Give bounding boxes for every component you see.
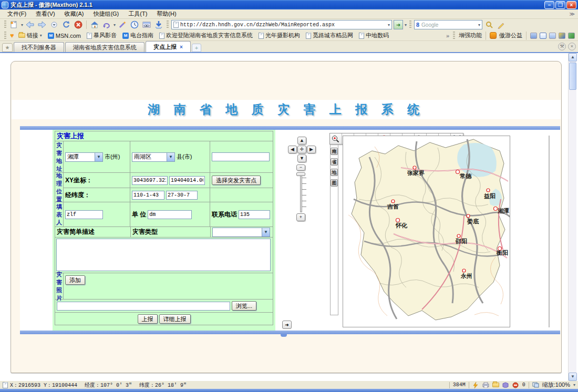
longitude-input[interactable] xyxy=(132,191,164,200)
photo-file-input[interactable] xyxy=(57,302,230,311)
menu-help[interactable]: 帮助(H) xyxy=(152,9,180,18)
new-page-icon[interactable]: ✱ xyxy=(9,20,19,29)
search-icon[interactable] xyxy=(484,20,494,29)
pan-down-icon[interactable]: ▼ xyxy=(297,154,306,162)
tab-tools-wrench-icon[interactable]: ⚒ xyxy=(558,43,566,50)
county-select[interactable]: 雨湖区▼ xyxy=(132,152,175,162)
go-button[interactable]: ➜ xyxy=(394,20,403,29)
expand-panel-arrow-icon[interactable]: ➜ xyxy=(282,321,292,329)
scroll-down-icon[interactable]: ▼ xyxy=(569,373,577,381)
enhance-features-button[interactable]: 增强功能 xyxy=(459,32,482,39)
zoom-slider-thumb[interactable] xyxy=(296,172,305,176)
phone-input[interactable] xyxy=(239,210,270,219)
y-coordinate-input[interactable] xyxy=(169,176,205,185)
layer-tab-tu[interactable]: 图 xyxy=(331,179,338,187)
window-icon[interactable] xyxy=(540,33,546,39)
maxthon-charity-icon[interactable] xyxy=(490,32,497,39)
search-box[interactable]: 8 Google ▾ xyxy=(414,20,482,29)
tab-server-not-found[interactable]: 找不到服务器 xyxy=(14,42,64,52)
zoom-in-slider-icon[interactable]: + xyxy=(296,213,305,221)
favorites-heart-icon[interactable]: ♥ xyxy=(10,32,14,39)
history-clock-icon[interactable] xyxy=(129,20,140,29)
bookmark-zhongdi-digital[interactable]: 中地数码 xyxy=(357,31,390,40)
download-icon[interactable] xyxy=(153,20,164,29)
tab-bar-close-icon[interactable]: × xyxy=(568,43,576,50)
address-detail-input[interactable] xyxy=(212,152,270,161)
boost-lightning-icon[interactable] xyxy=(472,382,479,388)
home-icon[interactable] xyxy=(89,20,100,29)
scroll-up-icon[interactable]: ▲ xyxy=(569,53,577,61)
link-icon[interactable] xyxy=(141,20,152,29)
recent-pages-dropdown-icon[interactable] xyxy=(49,20,59,29)
restore-button[interactable]: ❐ xyxy=(555,1,565,9)
notes-icon[interactable] xyxy=(549,33,556,39)
search-engine-dropdown-icon[interactable]: ▾ xyxy=(478,23,480,27)
map-viewport[interactable]: 张家界 常德 益阳 吉首 怀化 娄底 湘潭 邵阳 衡阳 永州 xyxy=(343,136,510,327)
book-icon[interactable] xyxy=(502,382,509,388)
bookmark-city-boutique[interactable]: 觅路城市精品网 xyxy=(304,31,355,40)
resize-window-icon[interactable] xyxy=(532,382,539,388)
menu-file[interactable]: 文件(F) xyxy=(3,9,30,18)
proxy-icon[interactable] xyxy=(530,33,537,39)
pan-up-icon[interactable]: ▲ xyxy=(297,137,306,145)
tab-hunan-geo-system[interactable]: 湖南省地质灾害信息系统 xyxy=(65,42,145,52)
links-folder[interactable]: 链接 ▾ xyxy=(17,31,44,40)
menu-overflow-chevron-icon[interactable]: ≫ xyxy=(570,11,575,17)
tab-disaster-report[interactable]: 灾点上报 × xyxy=(146,41,191,52)
zoom-level-label[interactable]: 缩放:100% xyxy=(542,381,570,389)
skin-icon[interactable] xyxy=(568,33,575,39)
new-tab-button[interactable]: + xyxy=(192,44,201,52)
undo-dropdown-icon[interactable]: ▾ xyxy=(113,23,116,27)
bookmark-storm-player[interactable]: 暴风影音 xyxy=(85,31,118,40)
bookmarks-overflow-chevron-icon[interactable]: » xyxy=(446,33,449,39)
submit-button[interactable]: 上报 xyxy=(138,314,158,324)
pan-right-icon[interactable]: ▶ xyxy=(307,146,316,153)
bookmark-photo-agency[interactable]: 光年摄影机构 xyxy=(257,31,302,40)
zoom-dropdown-icon[interactable]: ▾ xyxy=(573,383,575,387)
go-dropdown-icon[interactable]: ▾ xyxy=(405,23,407,27)
minimize-button[interactable]: – xyxy=(544,1,554,9)
x-coordinate-input[interactable] xyxy=(132,176,168,185)
pan-left-icon[interactable]: ◀ xyxy=(288,146,297,153)
zoom-out-slider-icon[interactable]: − xyxy=(296,164,305,171)
browse-button[interactable]: 浏览... xyxy=(232,301,256,311)
pick-disaster-point-button[interactable]: 选择突发灾害点 xyxy=(212,176,261,185)
description-textarea[interactable] xyxy=(56,239,271,271)
bookmark-radio-guide[interactable]: M电台指南 xyxy=(121,31,155,40)
bookmark-hunan-geo-system[interactable]: 欢迎登陆湖南省地质灾害信息系统 xyxy=(158,31,254,40)
close-button[interactable]: × xyxy=(566,1,576,9)
bookmark-msn[interactable]: MMSN.com xyxy=(46,32,82,39)
stop-icon[interactable] xyxy=(73,20,84,29)
magic-fill-icon[interactable]: ✦ xyxy=(117,20,128,29)
menu-groups[interactable]: 快捷组(G) xyxy=(89,9,123,18)
tab-list-star-icon[interactable]: ★ xyxy=(2,43,13,52)
undo-icon[interactable] xyxy=(101,20,112,29)
reporter-name-input[interactable] xyxy=(65,210,103,219)
disaster-type-select[interactable]: ▼ xyxy=(212,228,270,237)
refresh-icon[interactable] xyxy=(61,20,71,29)
menu-tools[interactable]: 工具(T) xyxy=(124,9,151,18)
menu-view[interactable]: 查看(V) xyxy=(32,9,59,18)
feed-icon[interactable] xyxy=(559,33,565,39)
vertical-scrollbar[interactable]: ▲ ▼ xyxy=(568,53,576,381)
zoom-in-icon[interactable] xyxy=(330,133,342,144)
add-photo-button[interactable]: 添加 xyxy=(65,275,85,285)
pan-center-icon[interactable]: ✛ xyxy=(297,146,306,153)
new-page-dropdown-icon[interactable]: ▾ xyxy=(21,23,23,27)
url-dropdown-icon[interactable]: ▾ xyxy=(388,23,390,27)
detail-submit-button[interactable]: 详细上报 xyxy=(159,314,191,324)
tab-close-icon[interactable]: × xyxy=(180,44,183,50)
menu-favorites[interactable]: 收藏(A) xyxy=(60,9,88,18)
layer-tab-di[interactable]: 地 xyxy=(331,169,338,176)
charity-button[interactable]: 傲游公益 xyxy=(499,32,522,39)
city-select[interactable]: 湘潭▼ xyxy=(65,152,103,162)
printer-icon[interactable] xyxy=(482,382,489,388)
folder-icon[interactable] xyxy=(492,382,499,388)
scroll-thumb[interactable] xyxy=(569,63,576,90)
address-bar[interactable]: http://dzzh.hndh.gov.cn/dzzhWeb/MainRepo… xyxy=(171,20,392,29)
highlight-icon[interactable] xyxy=(496,20,507,29)
back-icon[interactable] xyxy=(25,20,35,29)
popup-blocker-icon[interactable] xyxy=(512,382,519,388)
layer-tab-nan[interactable]: 南 xyxy=(331,148,338,155)
unit-input[interactable] xyxy=(148,210,192,219)
